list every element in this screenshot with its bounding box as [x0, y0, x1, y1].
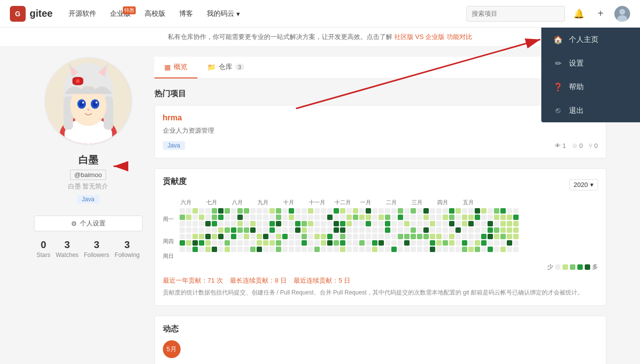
contrib-cell: [423, 240, 429, 246]
contrib-cell: [494, 215, 499, 220]
contrib-cell: [186, 234, 191, 239]
nav-university[interactable]: 高校版: [139, 5, 171, 22]
contrib-cell: [481, 247, 487, 252]
contrib-cell: [212, 215, 217, 220]
username: 白墨: [34, 153, 143, 167]
contrib-cell: [398, 208, 403, 214]
contrib-cell: [340, 215, 345, 220]
contrib-cell: [398, 227, 403, 233]
contrib-cell: [263, 215, 268, 220]
contrib-cell: [488, 208, 493, 214]
contrib-cell: [359, 240, 365, 246]
contrib-cell: [353, 227, 358, 233]
contrib-cell: [321, 208, 326, 214]
notification-bell-icon[interactable]: 🔔: [571, 6, 587, 22]
contrib-cell: [353, 208, 358, 214]
contrib-cell: [340, 234, 345, 239]
contrib-cell: [475, 227, 480, 233]
contrib-cell: [225, 221, 230, 226]
contrib-cell: [276, 240, 281, 246]
contrib-cell: [449, 247, 454, 252]
contrib-cell: [308, 215, 313, 220]
watches-count: 3: [64, 239, 70, 251]
help-icon: ❓: [553, 82, 563, 92]
search-input[interactable]: [466, 6, 565, 22]
contrib-cell: [372, 221, 377, 226]
stat-following[interactable]: 3 Following: [114, 239, 140, 258]
contrib-cell: [308, 227, 313, 233]
contrib-cell: [449, 227, 454, 233]
contrib-cell: [244, 234, 249, 239]
contrib-cell: [481, 208, 487, 214]
dropdown-settings[interactable]: ✏ 设置: [541, 51, 640, 75]
contrib-cell: [411, 247, 416, 252]
contrib-cell: [180, 221, 185, 226]
stat-stars[interactable]: 0 Stars: [37, 239, 50, 258]
hot-projects-section: 热门项目 hrma 企业人力资源管理 Java 👁 1 ☆ 0: [154, 89, 606, 158]
stat-followers[interactable]: 3 Followers: [84, 239, 109, 258]
tab-repos[interactable]: 📁 仓库 3: [197, 57, 254, 78]
eye-icon: 👁: [555, 142, 561, 149]
logo-area[interactable]: G gitee: [10, 6, 53, 22]
contrib-cell: [334, 227, 339, 233]
announcement-link[interactable]: 社区版 VS 企业版 功能对比: [394, 33, 472, 40]
contrib-cell: [494, 234, 499, 239]
gear-icon: ⚙: [71, 220, 77, 227]
personal-settings-button[interactable]: ⚙ 个人设置: [34, 216, 143, 231]
contrib-cell: [468, 247, 474, 252]
contrib-cell: [192, 234, 198, 239]
contrib-cell: [366, 234, 371, 239]
contrib-cell: [199, 208, 204, 214]
contrib-cell: [385, 221, 390, 226]
contrib-cell: [513, 221, 519, 226]
contrib-cell: [218, 240, 224, 246]
contrib-cell: [353, 221, 358, 226]
contrib-cell: [391, 247, 397, 252]
dropdown-help[interactable]: ❓ 帮助: [541, 75, 640, 99]
contrib-cell: [250, 240, 256, 246]
contrib-cell: [398, 234, 403, 239]
contrib-cell: [411, 240, 416, 246]
tab-overview[interactable]: ▦ 概览: [154, 57, 197, 78]
month-label: 十二月: [335, 199, 360, 206]
contrib-cell: [481, 215, 487, 220]
contrib-cell: [321, 227, 326, 233]
contrib-cell: [212, 240, 217, 246]
project-name[interactable]: hrma: [163, 113, 598, 122]
nav-opensource[interactable]: 开源软件: [63, 5, 102, 22]
contrib-cell: [507, 240, 512, 246]
contrib-cell: [398, 215, 403, 220]
contrib-cell: [295, 221, 301, 226]
dropdown-logout[interactable]: ⎋ 退出: [541, 99, 640, 122]
contrib-cell: [340, 247, 345, 252]
contrib-cell: [180, 208, 185, 214]
nav-enterprise[interactable]: 企业版 特惠: [104, 5, 137, 22]
user-avatar-btn[interactable]: [614, 6, 630, 22]
dropdown-profile[interactable]: 🏠 个人主页: [541, 28, 640, 51]
stars-label: Stars: [37, 252, 50, 258]
nav-mycloud[interactable]: 我的码云 ▾: [201, 5, 246, 22]
contrib-cell: [301, 247, 307, 252]
contrib-cell: [455, 221, 461, 226]
stat-watches[interactable]: 3 Watches: [56, 239, 78, 258]
contrib-cell: [231, 208, 236, 214]
contrib-cell: [199, 240, 204, 246]
contrib-cell: [417, 208, 422, 214]
contrib-cell: [199, 227, 204, 233]
day-spacer: [163, 208, 178, 215]
following-label: Following: [114, 252, 140, 258]
contrib-cell: [212, 234, 217, 239]
legend-cell-2: [570, 264, 575, 270]
contrib-cell: [462, 240, 467, 246]
contrib-cell: [430, 208, 435, 214]
contrib-cell: [462, 215, 467, 220]
contrib-cell: [205, 221, 211, 226]
contrib-cell: [231, 240, 236, 246]
contrib-cell: [436, 247, 442, 252]
contrib-cell: [462, 221, 467, 226]
add-icon[interactable]: +: [593, 6, 608, 22]
contrib-cell: [443, 240, 448, 246]
year-selector[interactable]: 2020 ▾: [569, 179, 598, 190]
nav-blog[interactable]: 博客: [173, 5, 199, 22]
contrib-cell: [276, 221, 281, 226]
